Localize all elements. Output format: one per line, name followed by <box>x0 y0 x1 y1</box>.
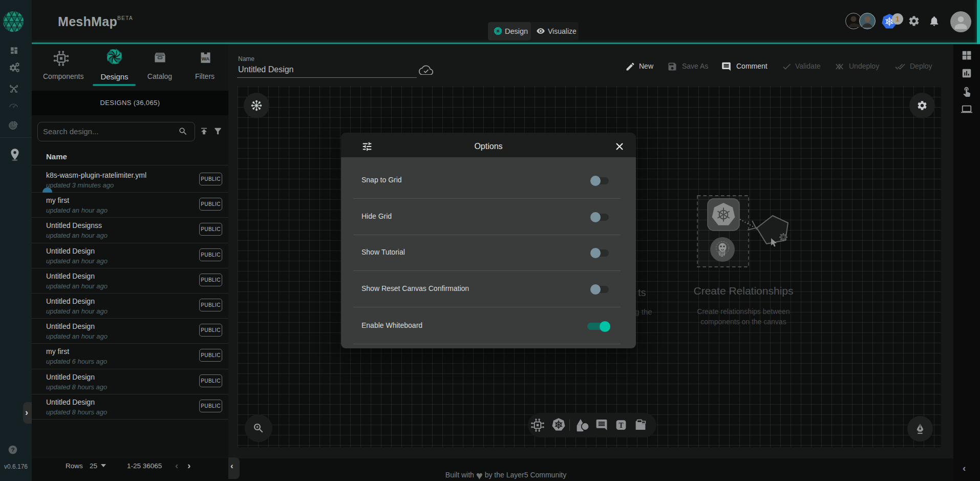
svg-text:1: 1 <box>896 15 900 23</box>
svg-text:?: ? <box>11 446 14 453</box>
svg-text:WA: WA <box>202 56 209 61</box>
svg-text:T: T <box>619 422 623 429</box>
